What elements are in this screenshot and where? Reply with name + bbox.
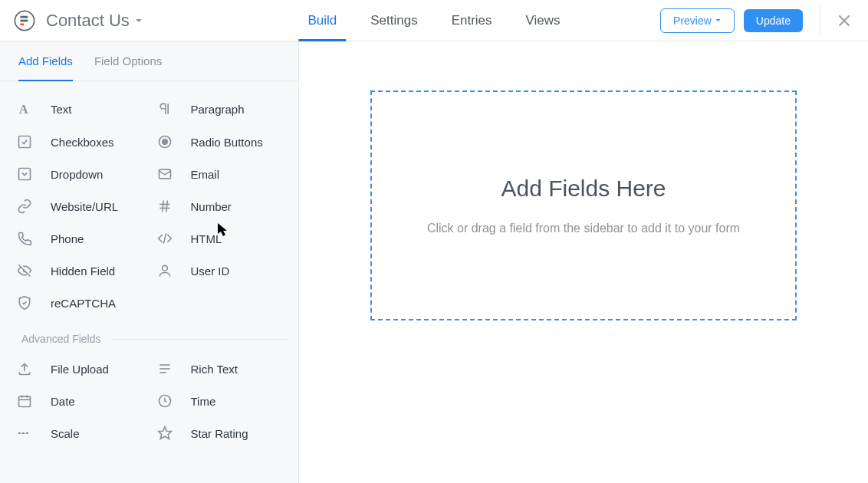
svg-point-15	[162, 265, 167, 271]
app-header: Contact Us Build Settings Entries Views …	[0, 0, 868, 41]
svg-rect-8	[19, 169, 31, 180]
svg-text:A: A	[19, 102, 28, 117]
basic-fields-grid: A Text Paragraph Checkboxes Ra	[0, 81, 298, 319]
field-email[interactable]: Email	[150, 158, 290, 190]
field-recaptcha[interactable]: reCAPTCHA	[9, 287, 150, 319]
svg-marker-26	[158, 427, 171, 439]
top-nav: Build Settings Entries Views	[291, 0, 577, 41]
richtext-icon	[157, 361, 177, 376]
text-icon: A	[17, 100, 37, 117]
svg-line-12	[162, 201, 163, 212]
user-icon	[157, 263, 177, 278]
checkbox-icon	[17, 134, 37, 150]
svg-line-14	[163, 233, 166, 243]
field-html[interactable]: HTML	[150, 222, 290, 255]
scale-icon	[17, 426, 37, 441]
svg-rect-5	[19, 136, 31, 148]
shield-icon	[17, 295, 37, 310]
field-scale[interactable]: Scale	[9, 417, 150, 449]
phone-icon	[17, 231, 37, 246]
paragraph-icon	[157, 101, 177, 117]
update-button[interactable]: Update	[744, 9, 803, 32]
sidebar-tab-add-fields[interactable]: Add Fields	[18, 41, 73, 80]
hidden-icon	[17, 263, 37, 278]
dropzone-title: Add Fields Here	[501, 176, 666, 202]
field-radio-buttons[interactable]: Radio Buttons	[150, 126, 290, 158]
time-icon	[157, 393, 177, 409]
field-rich-text[interactable]: Rich Text	[150, 353, 290, 385]
svg-rect-1	[20, 15, 28, 18]
field-checkboxes[interactable]: Checkboxes	[9, 126, 150, 158]
dropzone-subtitle: Click or drag a field from the sidebar t…	[427, 222, 740, 235]
hash-icon	[157, 199, 177, 214]
field-dropdown[interactable]: Dropdown	[9, 158, 150, 190]
svg-line-13	[166, 201, 167, 212]
svg-rect-3	[20, 23, 24, 25]
field-phone[interactable]: Phone	[9, 222, 150, 255]
sidebar-tabs: Add Fields Field Options	[0, 41, 298, 81]
field-hidden[interactable]: Hidden Field	[9, 255, 150, 287]
field-website-url[interactable]: Website/URL	[9, 190, 150, 222]
link-icon	[17, 199, 37, 214]
form-title-label: Contact Us	[46, 11, 130, 31]
advanced-fields-grid: File Upload Rich Text Date Time	[0, 348, 298, 449]
dropzone[interactable]: Add Fields Here Click or drag a field fr…	[370, 90, 797, 320]
nav-tab-entries[interactable]: Entries	[435, 0, 509, 41]
chevron-down-icon	[715, 17, 722, 24]
field-date[interactable]: Date	[9, 385, 150, 417]
svg-rect-2	[20, 19, 28, 21]
field-file-upload[interactable]: File Upload	[9, 353, 150, 385]
star-icon	[157, 426, 177, 441]
form-title-dropdown[interactable]: Contact Us	[46, 11, 143, 31]
svg-point-7	[162, 140, 167, 145]
nav-tab-views[interactable]: Views	[509, 0, 577, 41]
close-button[interactable]	[834, 11, 854, 31]
nav-tab-settings[interactable]: Settings	[353, 0, 434, 41]
nav-tab-build[interactable]: Build	[291, 0, 353, 41]
field-number[interactable]: Number	[150, 190, 290, 222]
sidebar-tab-field-options[interactable]: Field Options	[94, 41, 162, 80]
radio-icon	[157, 134, 177, 150]
header-divider	[820, 4, 820, 38]
app-logo	[14, 10, 35, 31]
field-star-rating[interactable]: Star Rating	[150, 417, 290, 449]
date-icon	[17, 393, 37, 409]
builder-canvas: Add Fields Here Click or drag a field fr…	[299, 41, 868, 483]
email-icon	[157, 166, 177, 182]
chevron-down-icon	[134, 16, 143, 25]
svg-rect-20	[19, 396, 31, 406]
field-text[interactable]: A Text	[9, 92, 150, 126]
dropdown-icon	[17, 166, 37, 182]
field-paragraph[interactable]: Paragraph	[150, 92, 290, 126]
field-time[interactable]: Time	[150, 385, 290, 417]
code-icon	[157, 231, 177, 246]
upload-icon	[17, 361, 37, 376]
advanced-fields-heading: Advanced Fields	[0, 319, 298, 348]
preview-button[interactable]: Preview	[660, 8, 735, 33]
fields-sidebar: Add Fields Field Options A Text Paragrap…	[0, 41, 299, 483]
field-user-id[interactable]: User ID	[150, 255, 290, 287]
